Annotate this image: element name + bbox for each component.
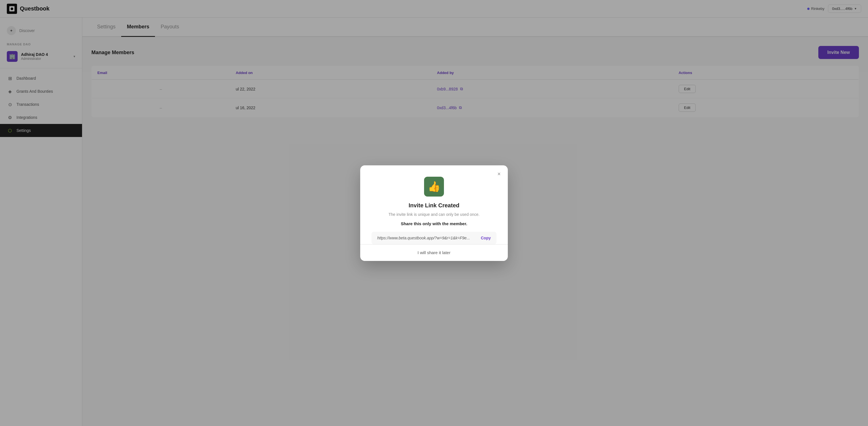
modal-overlay: × 👍 Invite Link Created The invite link …: [0, 0, 868, 426]
invite-link-text: https://www.beta.questbook.app/?w=9&r=1&…: [377, 236, 477, 240]
share-later-button[interactable]: I will share it later: [417, 250, 451, 255]
modal-footer: I will share it later: [360, 244, 508, 261]
modal-body: 👍 Invite Link Created The invite link is…: [360, 165, 508, 244]
invite-link-modal: × 👍 Invite Link Created The invite link …: [360, 165, 508, 261]
modal-icon: 👍: [424, 177, 444, 197]
modal-link-row: https://www.beta.questbook.app/?w=9&r=1&…: [372, 232, 496, 244]
thumbs-up-icon: 👍: [428, 181, 440, 193]
modal-share-text: Share this only with the member.: [372, 221, 496, 226]
copy-link-button[interactable]: Copy: [481, 236, 491, 240]
modal-title: Invite Link Created: [372, 202, 496, 209]
modal-close-button[interactable]: ×: [495, 170, 503, 178]
modal-subtitle: The invite link is unique and can only b…: [372, 212, 496, 217]
